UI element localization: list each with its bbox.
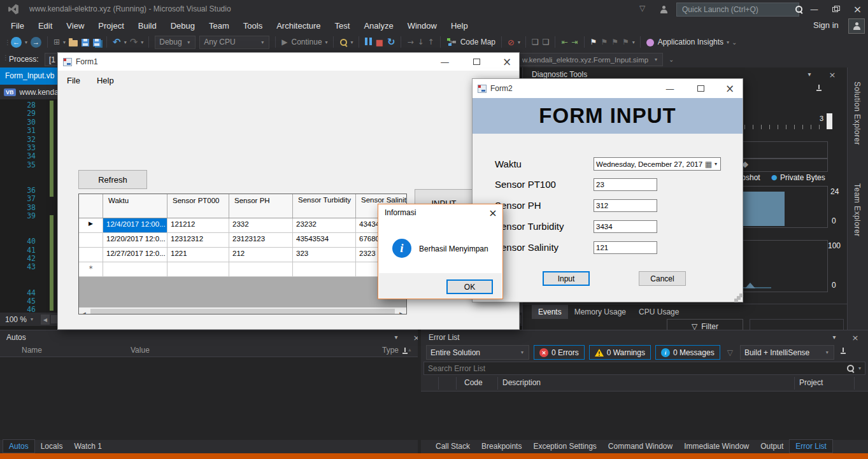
errors-filter-button[interactable]: × 0 Errors	[534, 345, 585, 360]
bookmarks-dropdown-icon[interactable]: ▾	[632, 39, 635, 45]
save-icon[interactable]	[82, 39, 89, 46]
new-item-icon[interactable]: ⊞	[53, 38, 60, 46]
menu-item[interactable]: Test	[328, 19, 357, 32]
autos-column-value[interactable]: Value	[131, 346, 150, 355]
grid-column-ph[interactable]: Sensor PH	[229, 194, 293, 218]
diagnostics-close-icon[interactable]: ×	[827, 70, 837, 80]
grid-cell[interactable]: 23232	[293, 218, 356, 232]
form1-menu-file[interactable]: File	[67, 76, 80, 85]
grid-cell[interactable]: 12312312	[167, 233, 229, 247]
save-all-icon[interactable]	[93, 39, 101, 46]
menu-item[interactable]: Tools	[236, 19, 269, 32]
form2-close-button[interactable]: ×	[718, 80, 741, 97]
restore-button[interactable]	[825, 1, 846, 17]
scroll-right-icon[interactable]: ▸	[395, 310, 406, 315]
search-icon[interactable]	[795, 5, 803, 13]
watch-tab[interactable]: Autos	[3, 439, 35, 453]
waktu-date-picker[interactable]: Wednesday, December 27, 2017 ▦ ▾	[594, 157, 721, 171]
redo-dropdown-icon[interactable]: ▾	[141, 39, 143, 45]
refresh-button[interactable]: Refresh	[78, 170, 147, 189]
grid-cell[interactable]: 12/4/2017 12:00...	[103, 218, 167, 232]
stop-debugging-icon[interactable]: ■	[376, 38, 383, 47]
error-search-input[interactable]	[424, 364, 846, 373]
grid-new-row[interactable]: *	[79, 262, 406, 277]
redo-icon[interactable]: ↷	[130, 36, 138, 48]
scroll-left-icon[interactable]: ◂	[41, 314, 50, 325]
autos-column-type[interactable]: Type	[382, 346, 399, 355]
menu-item[interactable]: Debug	[164, 19, 202, 32]
diagnostics-tab[interactable]: Memory Usage	[568, 305, 632, 319]
pin-icon[interactable]	[840, 347, 846, 355]
grid-cell[interactable]: 212	[229, 248, 293, 262]
undo-icon[interactable]: ↶	[113, 36, 121, 48]
menu-item[interactable]: Build	[131, 19, 164, 32]
menu-item[interactable]: Architecture	[269, 19, 327, 32]
sensor-data-grid[interactable]: Waktu Sensor PT000 Sensor PH Sensor Turb…	[78, 194, 407, 314]
bottom-tool-tab[interactable]: Immediate Window	[678, 440, 755, 453]
grid-cell[interactable]	[167, 262, 229, 276]
error-list-menu-icon[interactable]: ▾	[829, 334, 839, 341]
navigate-document-icon[interactable]: ❏	[532, 38, 539, 46]
messages-filter-button[interactable]: i 0 Messages	[655, 345, 720, 360]
ok-button[interactable]: OK	[446, 279, 493, 294]
bottom-tool-tab[interactable]: Command Window	[602, 440, 678, 453]
grid-column-pt000[interactable]: Sensor PT000	[167, 194, 229, 218]
navigate-document-icon[interactable]: ❏	[543, 38, 550, 46]
form1-maximize-button[interactable]	[462, 53, 491, 71]
grid-cell[interactable]: 323	[293, 248, 356, 262]
menu-item[interactable]: Edit	[31, 19, 59, 32]
step-over-icon[interactable]: →	[407, 38, 413, 46]
minimize-button[interactable]: —	[804, 1, 825, 17]
feedback-icon[interactable]: ▽	[639, 4, 645, 13]
grid-cell[interactable]	[103, 262, 167, 276]
watch-tab[interactable]: Watch 1	[68, 440, 108, 453]
code-map-label[interactable]: Code Map	[460, 38, 495, 46]
warnings-filter-button[interactable]: ! 0 Warnings	[589, 345, 651, 360]
menu-item[interactable]: File	[4, 19, 31, 32]
navigate-back-icon[interactable]: ←	[11, 37, 22, 48]
undo-dropdown-icon[interactable]: ▾	[124, 39, 127, 45]
stack-frame-dropdown[interactable]: w.kendali_elektro.xyz.Form_Input.simp▾	[518, 53, 663, 66]
new-item-dropdown-icon[interactable]: ▾	[63, 39, 66, 45]
grid-column-waktu[interactable]: Waktu	[103, 194, 167, 218]
form2-minimize-button[interactable]: —	[657, 80, 683, 97]
scroll-left-icon[interactable]: ◂	[79, 310, 90, 315]
form1-close-button[interactable]: ×	[494, 53, 520, 71]
sign-in-link[interactable]: Sign in	[813, 20, 839, 30]
account-avatar[interactable]	[848, 18, 865, 34]
msgbox-close-button[interactable]: ×	[485, 206, 501, 219]
sensor-turbidity-input[interactable]	[594, 220, 657, 233]
resize-grip[interactable]	[737, 296, 741, 300]
toolbar-grip[interactable]: ⋮	[4, 39, 7, 46]
back-dropdown-icon[interactable]: ▾	[25, 39, 27, 45]
continue-button[interactable]: Continue	[292, 38, 322, 46]
toolbar-overflow-icon[interactable]: ⌄	[732, 39, 737, 46]
scroll-up-icon[interactable]: ▴	[408, 346, 411, 353]
application-insights-dropdown-icon[interactable]: ▾	[727, 39, 729, 45]
quick-launch-input[interactable]	[676, 3, 799, 17]
code-map-icon[interactable]	[446, 38, 457, 46]
column-description[interactable]: Description	[502, 378, 541, 387]
grid-cell[interactable]: 2332	[229, 218, 293, 232]
continue-dropdown-icon[interactable]: ▾	[325, 39, 328, 45]
grid-row[interactable]: ▶ 12/4/2017 12:00... 121212 2332 23232 4…	[79, 218, 406, 233]
row-header-cell[interactable]	[79, 248, 103, 262]
row-header-cell[interactable]	[79, 233, 103, 247]
decrease-indent-icon[interactable]: ⇤	[561, 38, 567, 46]
watch-tab[interactable]: Locals	[35, 440, 69, 453]
grid-cell[interactable]: 23123123	[229, 233, 293, 247]
timeline-scroll-thumb[interactable]	[827, 113, 832, 129]
break-all-icon[interactable]	[365, 38, 372, 47]
grid-corner-cell[interactable]	[79, 194, 103, 218]
grid-cell[interactable]	[229, 262, 293, 276]
clear-bookmarks-icon[interactable]: ⚑	[622, 38, 629, 46]
find-in-code-icon[interactable]	[339, 38, 348, 46]
zoom-level-dropdown[interactable]: 100 %	[5, 315, 27, 324]
date-dropdown-caret-icon[interactable]: ▾	[715, 161, 717, 167]
close-button[interactable]: ×	[847, 1, 868, 17]
diagnostics-tab[interactable]: Events	[532, 305, 568, 319]
menu-item[interactable]: Project	[91, 19, 131, 32]
grid-cell[interactable]	[293, 262, 356, 276]
cancel-button[interactable]: Cancel	[639, 271, 686, 286]
error-list-close-icon[interactable]: ×	[850, 333, 860, 342]
